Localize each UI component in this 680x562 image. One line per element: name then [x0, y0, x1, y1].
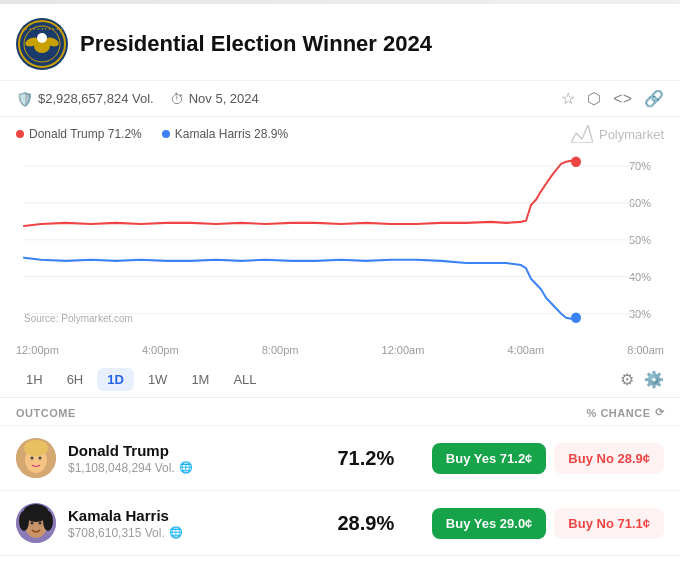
- trump-avatar: [16, 438, 56, 478]
- svg-point-18: [571, 156, 581, 167]
- subheader-right: ☆ ⬡ <> 🔗: [561, 89, 664, 108]
- chance-label: % CHANCE: [587, 407, 651, 419]
- interval-1h[interactable]: 1H: [16, 368, 53, 391]
- kamala-legend-label: Kamala Harris 28.9%: [175, 127, 288, 141]
- svg-text:★ ★ ★ ★ ★ ★ ★ ★ ★ ★ ★ ★ ★: ★ ★ ★ ★ ★ ★ ★ ★ ★ ★ ★ ★ ★: [18, 27, 66, 31]
- shield-icon: 🛡️: [16, 91, 33, 107]
- time-label-5: 8:00am: [627, 344, 664, 356]
- time-label-0: 12:00pm: [16, 344, 59, 356]
- svg-point-23: [31, 457, 34, 460]
- subheader: 🛡️ $2,928,657,824 Vol. ⏱ Nov 5, 2024 ☆ ⬡…: [0, 81, 680, 117]
- svg-point-5: [37, 33, 47, 43]
- interval-1d[interactable]: 1D: [97, 368, 134, 391]
- trump-buy-yes[interactable]: Buy Yes 71.2¢: [432, 443, 547, 474]
- time-label-2: 8:00pm: [262, 344, 299, 356]
- time-label-4: 4:00am: [507, 344, 544, 356]
- legend-donald: Donald Trump 71.2%: [16, 127, 142, 141]
- time-label-1: 4:00pm: [142, 344, 179, 356]
- svg-point-30: [31, 522, 34, 525]
- refresh-icon[interactable]: ⟳: [655, 406, 665, 419]
- bookmark-icon[interactable]: ☆: [561, 89, 575, 108]
- date-label: Nov 5, 2024: [189, 91, 259, 106]
- svg-point-29: [43, 511, 53, 531]
- outcome-col-header: OUTCOME: [16, 407, 587, 419]
- trump-volume: $1,108,048,294 Vol. 🌐: [68, 461, 316, 475]
- legend-kamala: Kamala Harris 28.9%: [162, 127, 288, 141]
- filter-icon[interactable]: ⚙: [620, 370, 634, 389]
- interval-bar: 1H 6H 1D 1W 1M ALL ⚙ ⚙️: [0, 362, 680, 398]
- svg-marker-7: [571, 125, 593, 143]
- donald-dot: [16, 130, 24, 138]
- code-icon[interactable]: <>: [613, 90, 632, 108]
- harris-globe-icon: 🌐: [169, 526, 183, 539]
- polymarket-watermark: Polymarket: [571, 125, 664, 143]
- harris-name: Kamala Harris: [68, 507, 316, 524]
- share-icon[interactable]: ⬡: [587, 89, 601, 108]
- trump-pct: 71.2%: [316, 447, 416, 470]
- harris-vol-text: $708,610,315 Vol.: [68, 526, 165, 540]
- settings-icon[interactable]: ⚙️: [644, 370, 664, 389]
- trump-name: Donald Trump: [68, 442, 316, 459]
- harris-info: Kamala Harris $708,610,315 Vol. 🌐: [68, 507, 316, 540]
- svg-point-19: [571, 312, 581, 323]
- svg-point-24: [39, 457, 42, 460]
- outcome-row-harris: Kamala Harris $708,610,315 Vol. 🌐 28.9% …: [0, 491, 680, 556]
- time-label-3: 12:00am: [382, 344, 425, 356]
- harris-volume: $708,610,315 Vol. 🌐: [68, 526, 316, 540]
- link-icon[interactable]: 🔗: [644, 89, 664, 108]
- interval-6h[interactable]: 6H: [57, 368, 94, 391]
- interval-1m[interactable]: 1M: [181, 368, 219, 391]
- interval-buttons: 1H 6H 1D 1W 1M ALL: [16, 368, 267, 391]
- interval-all[interactable]: ALL: [223, 368, 266, 391]
- logo: ★ ★ ★ ★ ★ ★ ★ ★ ★ ★ ★ ★ ★: [16, 18, 68, 70]
- chart-source: Source: Polymarket.com: [24, 313, 133, 324]
- page-title: Presidential Election Winner 2024: [80, 31, 432, 57]
- harris-buy-no[interactable]: Buy No 71.1¢: [554, 508, 664, 539]
- header: ★ ★ ★ ★ ★ ★ ★ ★ ★ ★ ★ ★ ★ Presidential E…: [0, 4, 680, 81]
- outcome-header: OUTCOME % CHANCE ⟳: [0, 398, 680, 426]
- kamala-dot: [162, 130, 170, 138]
- app-container: ★ ★ ★ ★ ★ ★ ★ ★ ★ ★ ★ ★ ★ Presidential E…: [0, 0, 680, 556]
- svg-point-22: [24, 440, 48, 456]
- calendar-icon: ⏱: [170, 91, 184, 107]
- volume-label: $2,928,657,824 Vol.: [38, 91, 154, 106]
- chance-col-header: % CHANCE ⟳: [587, 406, 664, 419]
- date-item: ⏱ Nov 5, 2024: [170, 91, 259, 107]
- trump-buy-no[interactable]: Buy No 28.9¢: [554, 443, 664, 474]
- chart-area: 70% 60% 50% 40% 30% Source: Polymarket.c…: [0, 147, 680, 342]
- subheader-left: 🛡️ $2,928,657,824 Vol. ⏱ Nov 5, 2024: [16, 91, 259, 107]
- trump-info: Donald Trump $1,108,048,294 Vol. 🌐: [68, 442, 316, 475]
- svg-point-31: [39, 522, 42, 525]
- trump-globe-icon: 🌐: [179, 461, 193, 474]
- trump-vol-text: $1,108,048,294 Vol.: [68, 461, 175, 475]
- time-axis: 12:00pm 4:00pm 8:00pm 12:00am 4:00am 8:0…: [0, 342, 680, 362]
- interval-right: ⚙ ⚙️: [620, 370, 664, 389]
- polymarket-label: Polymarket: [599, 127, 664, 142]
- svg-point-28: [19, 511, 29, 531]
- donald-legend-label: Donald Trump 71.2%: [29, 127, 142, 141]
- harris-actions: Buy Yes 29.0¢ Buy No 71.1¢: [432, 508, 664, 539]
- interval-1w[interactable]: 1W: [138, 368, 178, 391]
- shield-item: 🛡️ $2,928,657,824 Vol.: [16, 91, 154, 107]
- harris-pct: 28.9%: [316, 512, 416, 535]
- trump-actions: Buy Yes 71.2¢ Buy No 28.9¢: [432, 443, 664, 474]
- polymarket-logo-icon: [571, 125, 593, 143]
- outcome-row-trump: Donald Trump $1,108,048,294 Vol. 🌐 71.2%…: [0, 426, 680, 491]
- chart-legend: Donald Trump 71.2% Kamala Harris 28.9% P…: [0, 117, 680, 147]
- harris-buy-yes[interactable]: Buy Yes 29.0¢: [432, 508, 547, 539]
- harris-avatar: [16, 503, 56, 543]
